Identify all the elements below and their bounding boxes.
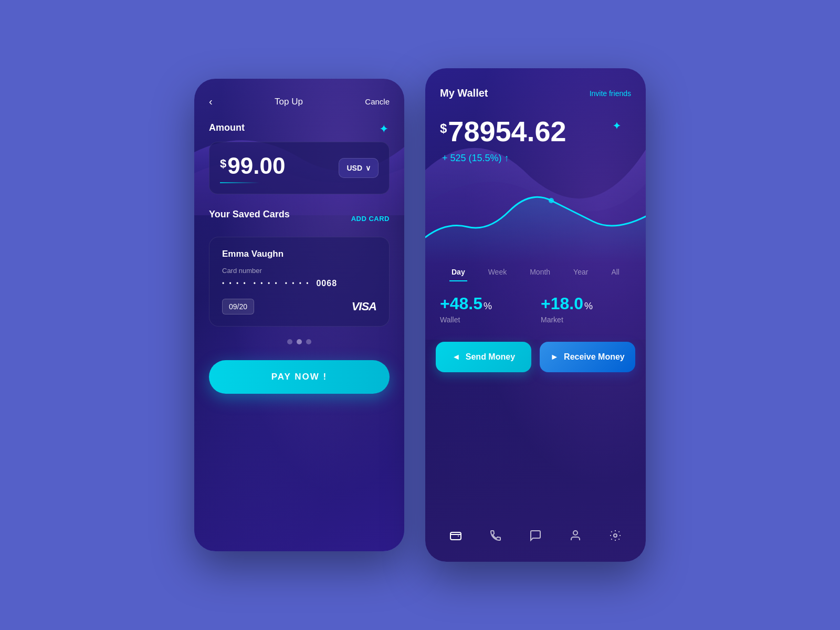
back-button[interactable]: ‹ bbox=[209, 96, 213, 108]
right-phone: My Wallet Invite friends $ 78954.62 ✦ + … bbox=[425, 68, 646, 562]
send-icon: ◄ bbox=[452, 352, 460, 362]
wallet-stat-value: +48.5 bbox=[440, 294, 482, 313]
wallet-title: My Wallet bbox=[440, 87, 488, 99]
chart-tabs: Day Week Month Year All bbox=[425, 264, 646, 281]
svg-point-3 bbox=[614, 534, 617, 537]
market-stat-percent: % bbox=[584, 301, 593, 312]
dot-1 bbox=[287, 339, 292, 344]
stats-row: +48.5 % Wallet +18.0 % Market bbox=[425, 281, 646, 337]
tab-week[interactable]: Week bbox=[486, 264, 509, 281]
balance-chart bbox=[425, 169, 646, 264]
right-header: My Wallet Invite friends bbox=[425, 68, 646, 99]
balance-change: + 525 (15.5%) ↑ bbox=[440, 153, 631, 164]
receive-money-label: Receive Money bbox=[564, 352, 625, 362]
balance-amount: $ 78954.62 ✦ bbox=[440, 115, 631, 148]
market-stat: +18.0 % Market bbox=[541, 294, 631, 324]
dot-3 bbox=[306, 339, 311, 344]
card-number-row: • • • • • • • • • • • • 0068 bbox=[222, 279, 376, 288]
wallet-stat-percent: % bbox=[484, 301, 492, 312]
receive-money-button[interactable]: ► Receive Money bbox=[540, 342, 635, 372]
star-decoration-right: ✦ bbox=[613, 120, 621, 132]
balance-currency-symbol: $ bbox=[440, 121, 447, 136]
market-stat-value: +18.0 bbox=[541, 294, 583, 313]
send-money-label: Send Money bbox=[466, 352, 515, 362]
page-title: Top Up bbox=[275, 97, 303, 107]
cancel-button[interactable]: Cancle bbox=[365, 97, 390, 106]
svg-point-2 bbox=[573, 531, 578, 535]
amount-input-box[interactable]: $ 99.00 USD ∨ bbox=[209, 142, 390, 194]
svg-point-0 bbox=[549, 198, 554, 203]
tab-month[interactable]: Month bbox=[528, 264, 552, 281]
amount-value: $ 99.00 bbox=[220, 153, 285, 179]
balance-section: $ 78954.62 ✦ + 525 (15.5%) ↑ bbox=[425, 99, 646, 164]
nav-user-button[interactable] bbox=[564, 524, 587, 547]
currency-label: USD bbox=[346, 164, 362, 172]
nav-phone-button[interactable] bbox=[484, 524, 507, 547]
card-dots-1: • • • • bbox=[222, 280, 247, 287]
market-stat-label: Market bbox=[541, 316, 631, 324]
saved-cards-header: Your Saved Cards ADD CARD bbox=[209, 209, 390, 228]
card-item[interactable]: Emma Vaughn Card number • • • • • • • • … bbox=[209, 237, 390, 327]
amount-number: 99.00 bbox=[227, 153, 285, 179]
bottom-nav bbox=[425, 516, 646, 562]
amount-section: Amount ✦ $ 99.00 USD ∨ bbox=[194, 108, 404, 194]
tab-year[interactable]: Year bbox=[571, 264, 590, 281]
card-dots-3: • • • • bbox=[285, 280, 310, 287]
card-brand: VISA bbox=[352, 300, 376, 313]
card-dots-indicator bbox=[194, 339, 404, 344]
dot-2 bbox=[297, 339, 302, 344]
nav-wallet-button[interactable] bbox=[444, 524, 467, 547]
card-bottom-row: 09/20 VISA bbox=[222, 299, 376, 314]
receive-icon: ► bbox=[550, 352, 559, 362]
tab-day[interactable]: Day bbox=[449, 264, 467, 281]
send-money-button[interactable]: ◄ Send Money bbox=[436, 342, 531, 372]
action-buttons: ◄ Send Money ► Receive Money bbox=[425, 337, 646, 383]
card-number-label: Card number bbox=[222, 267, 376, 275]
amount-underline bbox=[220, 182, 259, 183]
svg-rect-1 bbox=[450, 532, 461, 540]
left-header: ‹ Top Up Cancle bbox=[194, 79, 404, 108]
chevron-down-icon: ∨ bbox=[365, 164, 371, 172]
currency-symbol: $ bbox=[220, 157, 226, 171]
invite-friends-button[interactable]: Invite friends bbox=[590, 89, 631, 98]
nav-chat-button[interactable] bbox=[524, 524, 547, 547]
left-phone: ‹ Top Up Cancle Amount ✦ $ 99.00 USD ∨ Y… bbox=[194, 79, 404, 551]
tab-all[interactable]: All bbox=[609, 264, 622, 281]
card-last-digits: 0068 bbox=[316, 279, 337, 288]
wallet-stat-label: Wallet bbox=[440, 316, 530, 324]
pay-now-button[interactable]: PAY NOW ! bbox=[209, 360, 390, 394]
card-holder-name: Emma Vaughn bbox=[222, 249, 376, 259]
currency-dropdown[interactable]: USD ∨ bbox=[339, 158, 379, 178]
add-card-button[interactable]: ADD CARD bbox=[351, 215, 390, 223]
saved-cards-label: Your Saved Cards bbox=[209, 209, 290, 220]
nav-settings-button[interactable] bbox=[604, 524, 627, 547]
card-expiry: 09/20 bbox=[222, 299, 254, 314]
card-dots-2: • • • • bbox=[254, 280, 279, 287]
saved-cards-section: Your Saved Cards ADD CARD Emma Vaughn Ca… bbox=[194, 194, 404, 327]
balance-number: 78954.62 bbox=[448, 115, 566, 148]
amount-label: Amount bbox=[209, 122, 390, 133]
wallet-stat: +48.5 % Wallet bbox=[440, 294, 530, 324]
star-decoration: ✦ bbox=[379, 122, 388, 136]
